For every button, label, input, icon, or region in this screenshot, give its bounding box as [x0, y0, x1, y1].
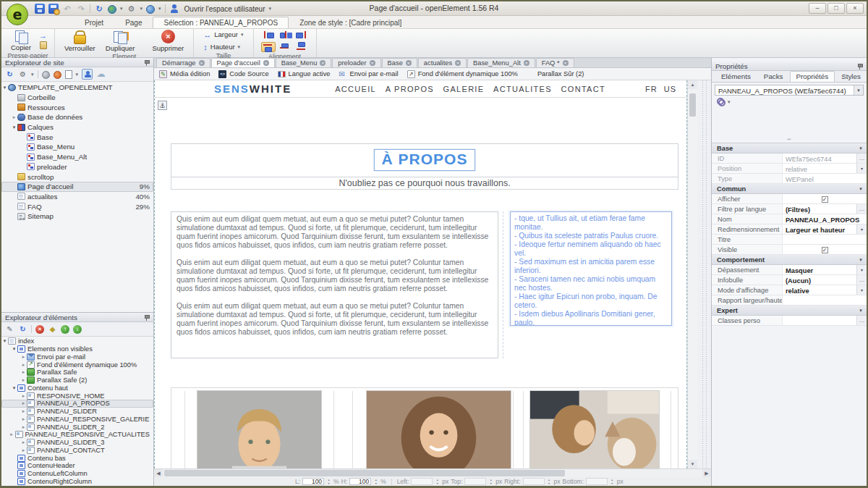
tree-item[interactable]: ContenuRightColumn: [1, 478, 153, 486]
property-value[interactable]: relative: [783, 164, 856, 173]
spinner-icon[interactable]: ▴▾: [373, 478, 378, 485]
openelement-logo-icon[interactable]: e: [7, 4, 28, 25]
tree-item[interactable]: PANNEAU_CONTACT: [1, 447, 153, 455]
tree-item[interactable]: Parallax Safe: [1, 369, 153, 376]
property-value[interactable]: [783, 235, 867, 244]
expand-collapse-icon[interactable]: [20, 408, 27, 414]
highlight-element-icon[interactable]: ✎: [5, 324, 14, 334]
property-row[interactable]: Type WEPanel: [712, 174, 867, 184]
tree-item[interactable]: FAQ 29%: [1, 201, 153, 211]
property-value[interactable]: WEPanel: [783, 174, 867, 183]
property-value[interactable]: [783, 245, 867, 254]
spinner-icon[interactable]: ▴▾: [610, 478, 615, 485]
delete-button[interactable]: × Supprimer: [150, 30, 186, 52]
element-toolbar-button[interactable]: Parallax Sûr (2): [527, 70, 584, 78]
property-row[interactable]: Position relative: [712, 164, 867, 174]
about-subtitle-panel[interactable]: N'oubliez pas ce pourquoi nous travaillo…: [171, 177, 678, 190]
close-tab-icon[interactable]: [370, 60, 375, 66]
anchor-icon[interactable]: [158, 101, 167, 110]
expand-collapse-icon[interactable]: [11, 114, 17, 120]
properties-tab[interactable]: Propriétés: [790, 71, 835, 82]
page-area[interactable]: SENSWHITE ACCUEILA PROPOSGALERIEACTUALIT…: [154, 80, 687, 468]
tree-item[interactable]: Contenu haut: [1, 384, 153, 392]
expand-collapse-icon[interactable]: [9, 432, 15, 437]
tree-item[interactable]: Base: [1, 132, 153, 142]
align-top-button[interactable]: [261, 42, 276, 52]
tree-item[interactable]: PANNEAU_SLIDER_2: [1, 423, 153, 431]
properties-tab[interactable]: Styles: [835, 71, 867, 82]
ellipsis-button[interactable]: [856, 204, 867, 214]
document-tab[interactable]: preloader: [332, 58, 380, 67]
export-icon[interactable]: [65, 70, 72, 79]
lock-button[interactable]: Verrouiller: [62, 30, 98, 52]
tree-item[interactable]: PANNEAU_SLIDER_3: [1, 439, 153, 447]
tree-item[interactable]: Fond d'élément dynamique 100%: [1, 361, 153, 369]
tree-item[interactable]: RESPONSIVE_HOME: [1, 392, 153, 400]
section-collapse-icon[interactable]: [855, 184, 867, 193]
ribbon-tab[interactable]: Zone de style : [Cadre principal]: [289, 17, 412, 28]
left-input[interactable]: [411, 478, 433, 485]
photo-woman[interactable]: [366, 390, 511, 468]
element-actions-icon[interactable]: [717, 98, 726, 106]
expand-collapse-icon[interactable]: [20, 369, 27, 375]
site-menu-item[interactable]: ACTUALITES: [493, 85, 552, 93]
scroll-up-icon[interactable]: ▲: [688, 80, 697, 89]
expand-collapse-icon[interactable]: [20, 362, 27, 368]
expand-collapse-icon[interactable]: [11, 346, 17, 352]
expand-collapse-icon[interactable]: [20, 416, 27, 422]
document-tab[interactable]: FAQ *: [536, 58, 574, 67]
element-toolbar-button[interactable]: Envoi par e-mail: [339, 70, 398, 78]
property-value[interactable]: (Aucun): [783, 275, 856, 285]
tree-item[interactable]: Parallax Safe (2): [1, 376, 153, 384]
document-tab[interactable]: Démarrage: [156, 58, 210, 67]
scroll-down-icon[interactable]: ▼: [688, 460, 697, 468]
close-tab-icon[interactable]: [455, 60, 461, 66]
section-collapse-icon[interactable]: [855, 255, 867, 264]
close-tab-icon[interactable]: [320, 60, 326, 66]
minimize-button[interactable]: –: [809, 3, 826, 14]
about-list-column[interactable]: - tque, ut Tullius ait, ut etiam ferae f…: [510, 211, 672, 326]
site-menu-item[interactable]: CONTACT: [561, 85, 605, 93]
property-row[interactable]: Mode d'affichage relative: [712, 285, 867, 295]
width-percent-input[interactable]: [302, 478, 324, 485]
scroll-left-icon[interactable]: ◀: [154, 469, 163, 477]
property-value[interactable]: Masquer: [783, 265, 856, 274]
properties-tab[interactable]: Packs: [757, 71, 790, 82]
ellipsis-button[interactable]: [856, 153, 867, 163]
close-tab-icon[interactable]: [524, 60, 529, 66]
property-row[interactable]: Dépassement Masquer: [712, 265, 867, 275]
expand-collapse-icon[interactable]: [11, 385, 17, 391]
pin-icon[interactable]: [144, 59, 150, 66]
document-tab[interactable]: Base_Menu_Alt: [467, 58, 535, 67]
ribbon-tab[interactable]: Projet: [74, 17, 114, 28]
grid-splitter[interactable]: •••: [712, 138, 867, 141]
move-up-icon[interactable]: ↑: [61, 325, 69, 334]
language-option[interactable]: US: [664, 85, 676, 93]
element-toolbar-button[interactable]: Fond d'élément dynamique 100%: [407, 70, 518, 78]
tree-item[interactable]: Calques: [1, 122, 153, 132]
maximize-button[interactable]: □: [827, 3, 845, 14]
expand-collapse-icon[interactable]: [11, 125, 17, 130]
tree-item[interactable]: Page d'accueil 9%: [1, 182, 153, 192]
element-toolbar-button[interactable]: Langue active: [278, 70, 331, 77]
element-toolbar-button[interactable]: Code Source: [218, 70, 268, 78]
property-row[interactable]: Base: [712, 143, 867, 153]
photo-woman-dog[interactable]: [529, 390, 660, 468]
property-row[interactable]: Afficher: [712, 194, 867, 204]
move-down-icon[interactable]: ↓: [73, 325, 82, 334]
ribbon-tab[interactable]: Page: [114, 17, 153, 28]
tree-item[interactable]: PANNEAU_A_PROPOS: [1, 400, 153, 408]
expand-collapse-icon[interactable]: [20, 400, 27, 406]
align-right-button[interactable]: [294, 30, 309, 40]
property-value[interactable]: [783, 194, 867, 203]
tree-item[interactable]: index: [1, 337, 153, 345]
preview-firefox-icon[interactable]: [54, 71, 61, 79]
vertical-scroll-thumb[interactable]: [689, 93, 696, 117]
property-row[interactable]: Comportement: [712, 255, 867, 265]
duplicate-button[interactable]: Dupliquer: [103, 30, 137, 52]
spinner-icon[interactable]: ▴▾: [435, 478, 440, 485]
align-center-vertical-button[interactable]: [278, 42, 292, 52]
element-actions-caret-icon[interactable]: ▾: [728, 99, 731, 105]
height-button[interactable]: ↕ Hauteur ▾: [201, 42, 245, 51]
property-value[interactable]: relative: [783, 285, 856, 295]
